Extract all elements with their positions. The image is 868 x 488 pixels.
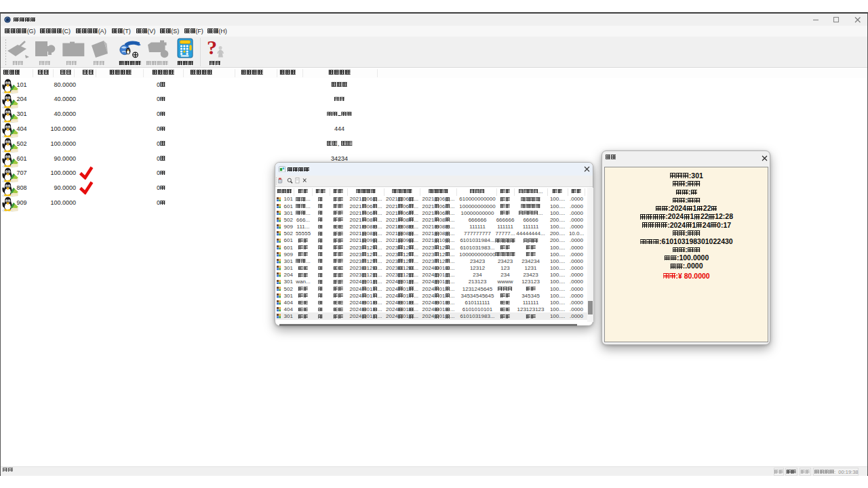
svg-text:?: ? [207,38,217,58]
